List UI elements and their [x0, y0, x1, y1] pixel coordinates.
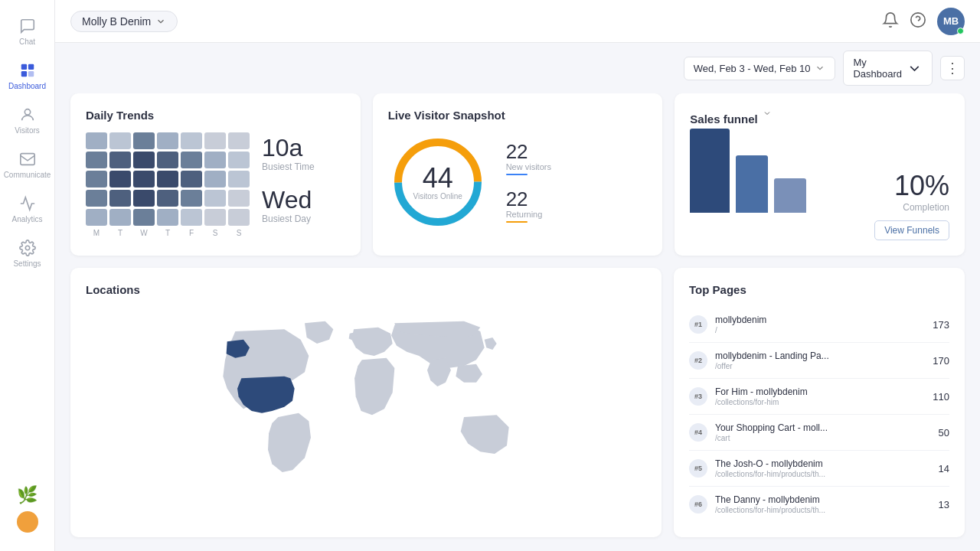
page-count-4: 50 [939, 427, 949, 439]
list-item: #1 mollybdenim / 173 [689, 307, 949, 343]
day-label-w: W [133, 229, 155, 237]
svg-point-4 [24, 109, 30, 115]
returning-line [506, 221, 528, 223]
returning-stat: 22 Returning [506, 189, 551, 223]
visitors-icon [18, 106, 37, 124]
sidebar-item-dashboard[interactable]: Dashboard [0, 54, 54, 98]
visitor-stats: 22 New visitors 22 Returning [506, 142, 551, 223]
day-label-t1: T [109, 229, 131, 237]
topbar: Molly B Denim MB [55, 0, 980, 43]
funnel-completion: 10% Completion [894, 170, 949, 213]
communicate-icon [18, 150, 37, 168]
page-count-5: 14 [939, 463, 949, 474]
page-info-6: The Danny - mollybdenim /collections/for… [715, 494, 931, 514]
svg-point-7 [911, 12, 925, 26]
page-info-1: mollybdenim / [715, 315, 925, 334]
new-visitors-num: 22 [506, 142, 551, 161]
world-map-svg [86, 307, 646, 491]
new-visitors-stat: 22 New visitors [506, 142, 551, 175]
page-rank-4: #4 [689, 423, 707, 442]
heatmap-cell [204, 152, 226, 168]
svg-rect-0 [21, 64, 26, 70]
heatmap-cell [181, 132, 202, 149]
heatmap-cell [109, 152, 131, 168]
more-options-button[interactable]: ⋮ [940, 56, 965, 80]
user-avatar[interactable]: MB [937, 8, 965, 35]
heatmap-cell [133, 190, 155, 207]
sidebar-item-analytics[interactable]: Analytics [0, 187, 54, 231]
top-pages-list: #1 mollybdenim / 173 #2 mollybdenim - La… [689, 307, 949, 522]
store-selector[interactable]: Molly B Denim [70, 11, 178, 32]
funnel-chevron-icon[interactable] [763, 109, 772, 118]
list-item: #6 The Danny - mollybdenim /collections/… [689, 487, 949, 522]
sidebar-item-communicate[interactable]: Communicate [0, 142, 54, 187]
page-rank-6: #6 [689, 495, 707, 514]
sidebar-user-dot[interactable] [17, 511, 38, 533]
busiest-time-value: 10a [262, 135, 315, 160]
heatmap-cell [133, 132, 155, 149]
new-visitors-line [506, 174, 528, 175]
funnel-bar-3 [774, 178, 806, 213]
page-info-2: mollybdenim - Landing Pa... /offer [715, 350, 925, 370]
returning-label: Returning [506, 210, 551, 219]
visitors-online-label: Visitors Online [413, 192, 462, 201]
heatmap-wrapper: M T W T F S S [86, 132, 250, 237]
daily-trends-card: Daily Trends [70, 93, 361, 256]
dashboard-content: Daily Trends [55, 93, 980, 551]
heatmap-cell [86, 190, 107, 207]
chat-icon [18, 17, 37, 35]
sidebar-item-settings[interactable]: Settings [0, 231, 54, 276]
svg-point-6 [25, 246, 30, 250]
top-row: Daily Trends [70, 93, 965, 256]
svg-rect-2 [21, 71, 26, 77]
heatmap-cell [86, 152, 107, 168]
funnel-footer: View Funnels [690, 220, 949, 240]
heatmap-cell [181, 209, 202, 226]
japan-region [485, 337, 497, 350]
page-count-1: 173 [933, 319, 949, 331]
chevron-down-icon [815, 63, 825, 73]
bottom-row: Locations [70, 268, 965, 537]
view-funnels-button[interactable]: View Funnels [874, 220, 949, 240]
australia-region [461, 415, 509, 454]
heatmap-cell [157, 152, 178, 168]
locations-title: Locations [86, 283, 646, 296]
date-range-picker[interactable]: Wed, Feb 3 - Wed, Feb 10 [684, 57, 836, 80]
page-count-3: 110 [933, 391, 949, 403]
heatmap-cell [228, 132, 250, 149]
trends-stats: 10a Busiest Time Wed Busiest Day [262, 132, 315, 224]
africa-region [354, 358, 394, 416]
europe-region [351, 328, 392, 356]
locations-card: Locations [70, 268, 662, 537]
page-info-5: The Josh-O - mollybdenim /collections/fo… [715, 458, 931, 478]
busiest-day-value: Wed [262, 187, 315, 212]
page-rank-2: #2 [689, 351, 707, 370]
help-icon[interactable] [910, 11, 926, 31]
funnel-completion-label: Completion [894, 202, 949, 213]
day-label-f: F [181, 229, 202, 237]
page-count-2: 170 [933, 355, 949, 367]
store-name: Molly B Denim [82, 15, 151, 28]
heatmap-cell [181, 190, 202, 207]
sidebar-item-chat[interactable]: Chat [0, 9, 54, 54]
heatmap-cell [109, 132, 131, 149]
heatmap-cell [204, 171, 226, 187]
donut-chart: 44 Visitors Online [388, 132, 488, 232]
se-asia-region [456, 364, 482, 383]
heatmap-cell [133, 152, 155, 168]
visitors-online-number: 44 [413, 165, 462, 192]
chevron-down-icon [906, 60, 923, 77]
page-info-4: Your Shopping Cart - moll... /cart [715, 422, 931, 442]
notification-icon[interactable] [882, 11, 899, 31]
sidebar-leaf-icon[interactable]: 🌿 [17, 485, 38, 505]
sales-funnel-title: Sales funnel [690, 112, 757, 126]
funnel-inner: 10% Completion View Funnels [690, 129, 949, 240]
list-item: #3 For Him - mollybdenim /collections/fo… [689, 379, 949, 415]
sidebar-item-visitors[interactable]: Visitors [0, 98, 54, 142]
funnel-bar-1 [690, 129, 730, 213]
funnel-top: 10% Completion [690, 129, 949, 213]
controls-bar: Wed, Feb 3 - Wed, Feb 10 My Dashboard ⋮ [55, 43, 980, 93]
greenland-region [305, 321, 333, 344]
dashboard-icon [18, 61, 37, 80]
dashboard-picker[interactable]: My Dashboard [843, 51, 933, 86]
